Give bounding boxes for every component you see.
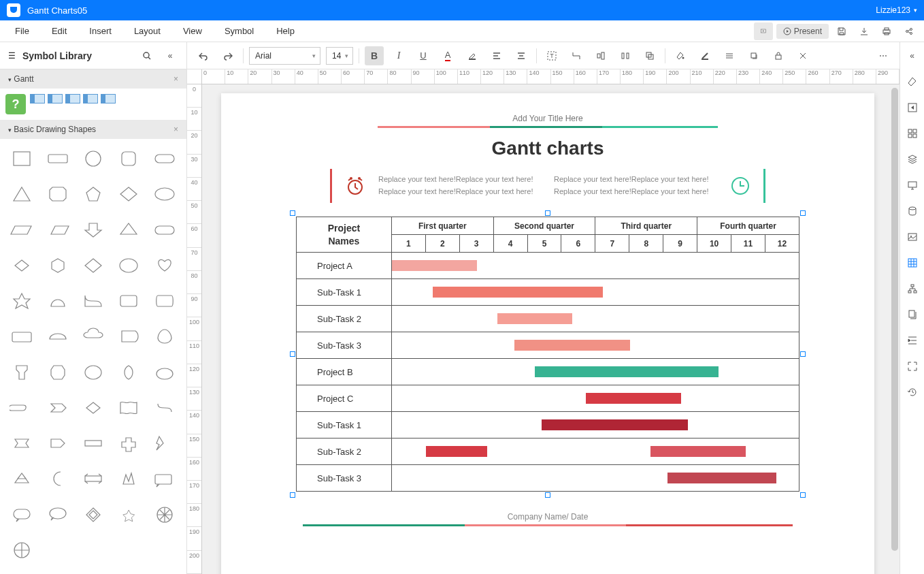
- font-family-select[interactable]: Arial: [249, 47, 320, 65]
- shape-item[interactable]: [78, 430, 108, 456]
- shape-item[interactable]: [42, 502, 72, 528]
- font-size-select[interactable]: 14: [326, 47, 353, 65]
- grid-panel-icon[interactable]: [904, 125, 921, 142]
- shape-item[interactable]: [7, 146, 37, 172]
- print-button[interactable]: [877, 22, 896, 40]
- shape-item[interactable]: [150, 466, 180, 492]
- gantt-bar[interactable]: [392, 260, 477, 271]
- text-tool-button[interactable]: T: [542, 46, 561, 65]
- shape-item[interactable]: [114, 253, 144, 278]
- shape-item[interactable]: [42, 430, 72, 456]
- shadow-button[interactable]: [744, 46, 763, 65]
- tools-button[interactable]: [793, 46, 812, 65]
- placeholder-text[interactable]: Replace your text here!Replace your text…: [378, 174, 542, 197]
- gantt-shape[interactable]: [48, 94, 63, 103]
- shape-item[interactable]: [114, 146, 144, 172]
- menu-edit[interactable]: Edit: [42, 22, 76, 40]
- gantt-shape[interactable]: [65, 94, 80, 103]
- data-panel-icon[interactable]: [904, 203, 921, 219]
- layers-panel-icon[interactable]: [904, 151, 921, 168]
- fill-panel-icon[interactable]: [904, 74, 921, 90]
- shape-item[interactable]: [78, 181, 108, 207]
- scrollbar-vertical[interactable]: [890, 84, 900, 574]
- expand-panel-button[interactable]: «: [904, 48, 921, 64]
- slides-panel-icon[interactable]: [904, 177, 921, 193]
- shape-item[interactable]: [114, 323, 144, 349]
- gantt-bar[interactable]: [667, 473, 776, 483]
- shape-item[interactable]: [42, 217, 72, 243]
- page[interactable]: Add Your Title Here Gantt charts Replace…: [221, 93, 874, 574]
- shape-item[interactable]: [114, 288, 144, 314]
- align-objects-button[interactable]: [591, 46, 610, 65]
- placeholder-text[interactable]: Replace your text here!Replace your text…: [554, 174, 717, 197]
- shape-item[interactable]: [78, 217, 108, 243]
- redo-button[interactable]: [218, 46, 237, 65]
- history-panel-icon[interactable]: [904, 384, 921, 400]
- menu-file[interactable]: File: [5, 22, 39, 40]
- shape-item[interactable]: [7, 181, 37, 207]
- share-button[interactable]: [900, 22, 919, 40]
- bold-button[interactable]: B: [365, 46, 384, 65]
- gantt-bar[interactable]: [514, 340, 630, 351]
- line-style-button[interactable]: [720, 46, 739, 65]
- indent-panel-icon[interactable]: [904, 332, 921, 349]
- shape-item[interactable]: [7, 323, 37, 349]
- footer-text[interactable]: Company Name/ Date: [508, 512, 589, 522]
- fill-color-button[interactable]: [671, 46, 690, 65]
- gantt-shape[interactable]: [30, 94, 45, 103]
- collapse-sidebar-button[interactable]: «: [162, 48, 178, 64]
- shape-item[interactable]: [78, 323, 108, 349]
- shape-item[interactable]: [7, 537, 37, 563]
- shape-item[interactable]: [114, 360, 144, 385]
- shape-item[interactable]: [150, 323, 180, 349]
- group-button[interactable]: [640, 46, 659, 65]
- shape-item[interactable]: [42, 360, 72, 385]
- shape-item[interactable]: [78, 288, 108, 314]
- shape-item[interactable]: [42, 323, 72, 349]
- undo-button[interactable]: [194, 46, 213, 65]
- shape-item[interactable]: [42, 253, 72, 278]
- italic-button[interactable]: I: [389, 46, 408, 65]
- shape-item[interactable]: [150, 395, 180, 421]
- shape-item[interactable]: [42, 395, 72, 421]
- download-button[interactable]: [855, 22, 874, 40]
- line-color-button[interactable]: [695, 46, 714, 65]
- user-menu[interactable]: Lizzie123 ▾: [876, 5, 917, 15]
- shape-item[interactable]: [114, 466, 144, 492]
- gantt-bar[interactable]: [535, 366, 719, 377]
- lib-section-gantt[interactable]: ▾ Gantt ×: [0, 69, 186, 89]
- shape-item[interactable]: [150, 502, 180, 528]
- preview-button[interactable]: [754, 22, 773, 40]
- close-icon[interactable]: ×: [174, 125, 178, 134]
- page-title[interactable]: Gantt charts: [492, 138, 604, 159]
- shape-item[interactable]: [114, 181, 144, 207]
- shape-item[interactable]: [78, 502, 108, 528]
- save-button[interactable]: [832, 22, 851, 40]
- shape-item[interactable]: [42, 146, 72, 172]
- shape-item[interactable]: [150, 146, 180, 172]
- shape-item[interactable]: [114, 217, 144, 243]
- shape-item[interactable]: [150, 253, 180, 278]
- shape-item[interactable]: [7, 430, 37, 456]
- shape-item[interactable]: [7, 217, 37, 243]
- shape-item[interactable]: [7, 253, 37, 278]
- gantt-bar[interactable]: [650, 446, 746, 457]
- gantt-shape[interactable]: [83, 94, 98, 103]
- shape-item[interactable]: [150, 217, 180, 243]
- present-button[interactable]: Present: [776, 24, 829, 39]
- table-panel-icon[interactable]: [904, 255, 921, 271]
- image-panel-icon[interactable]: [904, 229, 921, 245]
- gantt-bar[interactable]: [426, 446, 487, 457]
- shape-item[interactable]: [7, 502, 37, 528]
- shape-item[interactable]: [114, 430, 144, 456]
- shape-item[interactable]: [150, 430, 180, 456]
- shape-item[interactable]: [150, 288, 180, 314]
- gantt-chart[interactable]: Project Names First quarter Second quart…: [296, 217, 799, 492]
- gantt-shape[interactable]: [101, 94, 116, 103]
- search-icon[interactable]: [139, 48, 155, 64]
- shape-item[interactable]: [78, 253, 108, 278]
- menu-insert[interactable]: Insert: [80, 22, 121, 40]
- menu-symbol[interactable]: Symbol: [215, 22, 263, 40]
- connector-button[interactable]: [567, 46, 586, 65]
- lock-button[interactable]: [769, 46, 788, 65]
